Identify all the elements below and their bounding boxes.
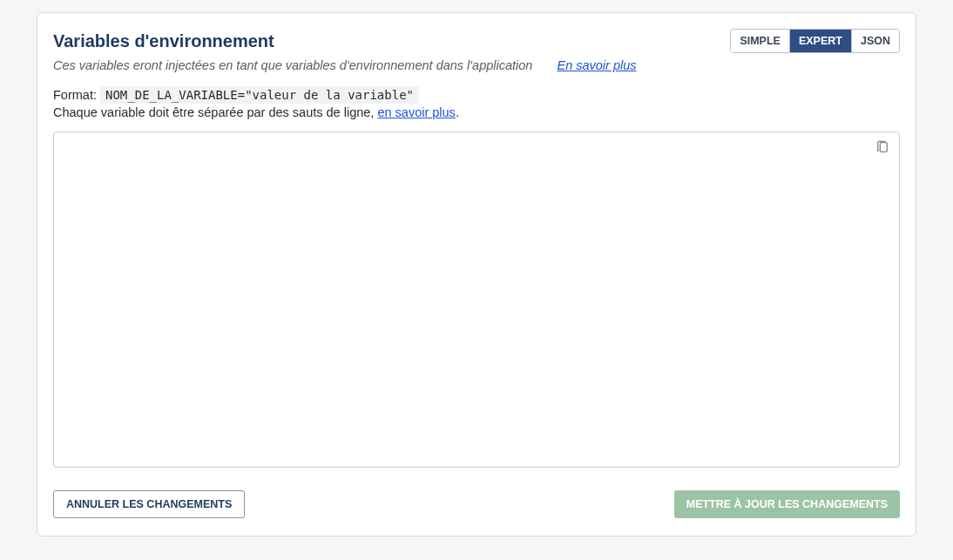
panel-header: Variables d'environnement SIMPLE EXPERT … (53, 29, 900, 53)
format-example: NOM_DE_LA_VARIABLE="valeur de la variabl… (100, 86, 419, 104)
view-mode-toggle: SIMPLE EXPERT JSON (730, 29, 900, 53)
footer-actions: ANNULER LES CHANGEMENTS METTRE À JOUR LE… (53, 490, 900, 518)
clipboard-icon[interactable] (875, 140, 889, 154)
env-variables-panel: Variables d'environnement SIMPLE EXPERT … (37, 12, 916, 536)
env-textarea-wrap (53, 132, 900, 471)
format-label: Format: (53, 88, 100, 102)
subtitle-text: Ces variables eront injectées en tant qu… (53, 58, 900, 72)
separator-line: Chaque variable doit être séparée par de… (53, 105, 900, 119)
tab-simple[interactable]: SIMPLE (731, 30, 789, 52)
svg-rect-0 (880, 143, 887, 152)
cancel-button[interactable]: ANNULER LES CHANGEMENTS (53, 490, 245, 518)
update-button[interactable]: METTRE À JOUR LES CHANGEMENTS (674, 490, 900, 518)
separator-learn-more-link[interactable]: en savoir plus (377, 105, 455, 119)
separator-suffix: . (456, 105, 459, 119)
learn-more-link[interactable]: En savoir plus (557, 58, 636, 72)
format-line: Format: NOM_DE_LA_VARIABLE="valeur de la… (53, 88, 900, 102)
tab-expert[interactable]: EXPERT (789, 30, 851, 52)
page-title: Variables d'environnement (53, 31, 274, 51)
subtitle-body: Ces variables eront injectées en tant qu… (53, 58, 532, 72)
separator-prefix: Chaque variable doit être séparée par de… (53, 105, 377, 119)
env-variables-input[interactable] (53, 132, 900, 468)
tab-json[interactable]: JSON (851, 30, 899, 52)
